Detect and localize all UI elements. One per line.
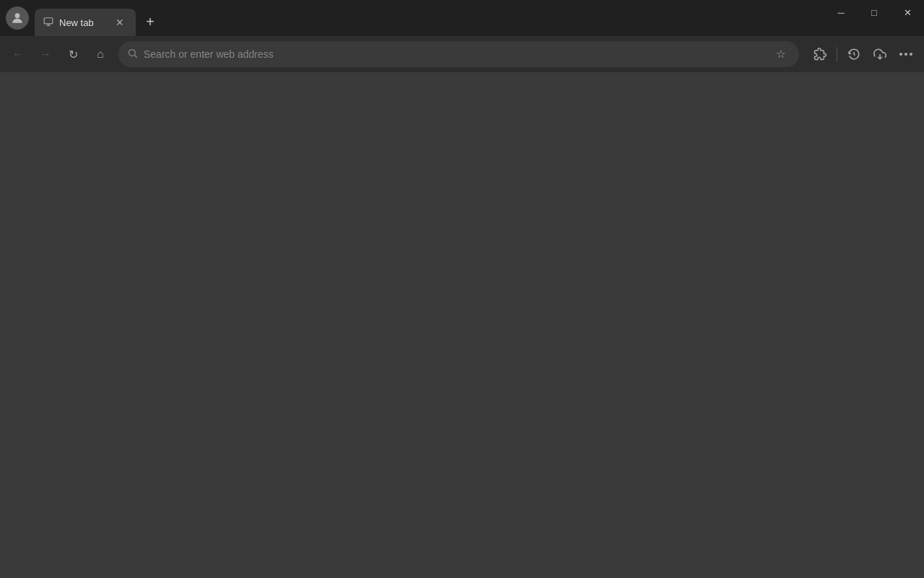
tab-close-button[interactable]: ✕ [113,15,127,30]
svg-line-5 [134,55,136,57]
forward-button[interactable]: → [33,42,58,66]
address-bar[interactable]: ☆ [118,41,799,67]
tabs-area: New tab ✕ + [35,0,824,36]
favorite-button[interactable]: ☆ [770,44,790,64]
address-search-icon [127,48,138,61]
content-area [0,72,924,578]
nav-divider [837,47,837,61]
active-tab[interactable]: New tab ✕ [35,9,136,36]
maximize-button[interactable]: □ [858,0,891,25]
nav-right-icons [808,42,918,66]
home-button[interactable]: ⌂ [88,42,113,66]
minimize-button[interactable]: ─ [824,0,858,25]
profile-avatar[interactable] [6,7,29,30]
svg-point-9 [910,53,912,56]
new-tab-button[interactable]: + [139,10,162,33]
address-right-icons: ☆ [770,44,790,64]
tab-title: New tab [59,17,107,28]
history-button[interactable] [842,42,866,66]
back-button[interactable]: ← [6,42,30,66]
downloads-button[interactable] [868,42,892,66]
window-controls: ─ □ ✕ [824,0,924,36]
svg-point-4 [129,50,136,56]
svg-point-0 [15,13,20,18]
more-button[interactable] [894,42,918,66]
extensions-button[interactable] [808,42,832,66]
tab-page-icon [43,17,53,29]
svg-point-7 [899,53,902,56]
svg-rect-1 [44,17,53,23]
address-input[interactable] [144,48,764,60]
refresh-button[interactable]: ↻ [61,42,85,66]
svg-point-8 [905,53,907,56]
close-button[interactable]: ✕ [891,0,924,25]
nav-bar: ← → ↻ ⌂ ☆ [0,36,924,72]
title-bar: New tab ✕ + ─ □ ✕ [0,0,924,36]
